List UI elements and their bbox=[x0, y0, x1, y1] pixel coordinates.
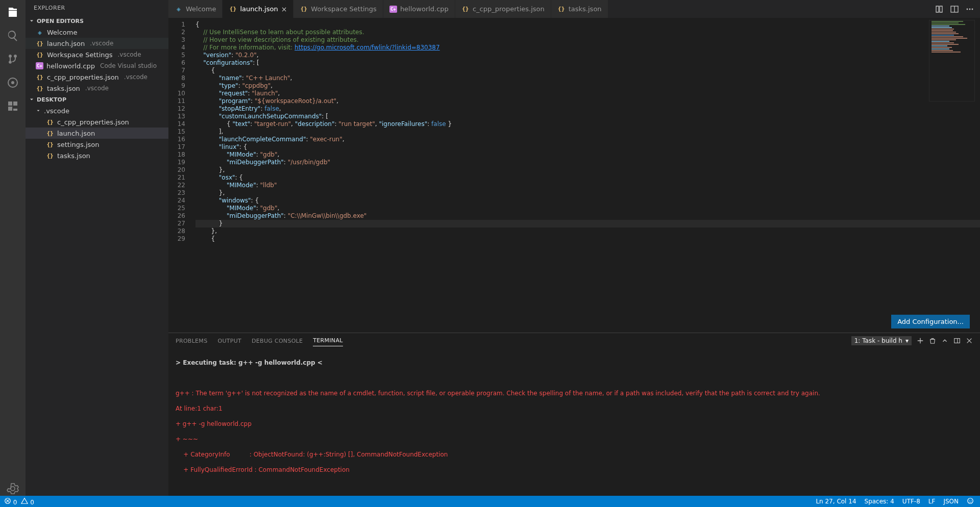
term-error: + ~~~ bbox=[176, 436, 973, 443]
status-spaces[interactable]: Spaces: 4 bbox=[865, 498, 894, 505]
svg-point-11 bbox=[969, 500, 970, 500]
svg-point-4 bbox=[967, 8, 968, 10]
tab-bar: Welcome launch.json× Workspace Settings … bbox=[168, 0, 980, 18]
tab-close-icon[interactable]: × bbox=[281, 5, 287, 13]
tab-welcome[interactable]: Welcome bbox=[168, 0, 223, 18]
tree-folder-vscode[interactable]: .vscode bbox=[26, 105, 168, 116]
close-panel-icon[interactable] bbox=[966, 337, 973, 344]
code-editor[interactable]: 1234567891011121314151617181920212223242… bbox=[168, 18, 980, 333]
tab-ccpp-props[interactable]: c_cpp_properties.json bbox=[455, 0, 551, 18]
tree-file-settings[interactable]: settings.json bbox=[26, 139, 168, 150]
term-error: + CategoryInfo : ObjectNotFound: (g++:St… bbox=[176, 451, 973, 459]
sidebar-explorer: EXPLORER OPEN EDITORS Welcome launch.jso… bbox=[26, 0, 168, 496]
panel-tab-debug[interactable]: DEBUG CONSOLE bbox=[252, 336, 303, 346]
panel-tab-problems[interactable]: PROBLEMS bbox=[176, 336, 207, 346]
term-error: + g++ -g helloworld.cpp bbox=[176, 420, 973, 428]
status-encoding[interactable]: UTF-8 bbox=[902, 498, 920, 505]
explorer-icon[interactable] bbox=[6, 5, 20, 19]
svg-point-6 bbox=[972, 8, 973, 10]
open-editor-helloworld[interactable]: helloworld.cppCode Visual studio bbox=[26, 60, 168, 71]
line-gutter: 1234567891011121314151617181920212223242… bbox=[168, 18, 191, 333]
search-icon[interactable] bbox=[6, 29, 20, 43]
status-warnings[interactable]: 0 bbox=[21, 497, 34, 506]
panel-tab-terminal[interactable]: TERMINAL bbox=[313, 335, 342, 346]
section-desktop[interactable]: DESKTOP bbox=[26, 94, 168, 105]
svg-point-12 bbox=[971, 500, 971, 500]
open-editor-tasks[interactable]: tasks.json.vscode bbox=[26, 83, 168, 94]
add-configuration-button[interactable]: Add Configuration... bbox=[891, 315, 970, 328]
kill-terminal-icon[interactable] bbox=[929, 337, 936, 344]
tab-tasks[interactable]: tasks.json bbox=[551, 0, 608, 18]
svg-point-10 bbox=[968, 498, 973, 503]
panel-tab-output[interactable]: OUTPUT bbox=[217, 336, 241, 346]
status-feedback-icon[interactable] bbox=[967, 497, 974, 506]
split-editor-icon[interactable] bbox=[950, 5, 959, 13]
extensions-icon[interactable] bbox=[6, 99, 20, 113]
more-actions-icon[interactable] bbox=[966, 5, 974, 13]
status-ln-col[interactable]: Ln 27, Col 14 bbox=[816, 498, 856, 505]
svg-rect-7 bbox=[954, 339, 960, 343]
open-editor-ccpp-props[interactable]: c_cpp_properties.json.vscode bbox=[26, 71, 168, 83]
svg-point-1 bbox=[11, 81, 14, 84]
status-errors[interactable]: 0 bbox=[4, 497, 17, 506]
section-desktop-label: DESKTOP bbox=[37, 96, 66, 103]
status-bar: 0 0 Ln 27, Col 14 Spaces: 4 UTF-8 LF JSO… bbox=[0, 496, 980, 507]
term-error: At line:1 char:1 bbox=[176, 405, 973, 413]
term-error: + FullyQualifiedErrorId : CommandNotFoun… bbox=[176, 466, 973, 474]
tab-helloworld[interactable]: helloworld.cpp bbox=[383, 0, 455, 18]
bottom-panel: PROBLEMS OUTPUT DEBUG CONSOLE TERMINAL 1… bbox=[168, 333, 980, 496]
activity-bar bbox=[0, 0, 26, 496]
status-eol[interactable]: LF bbox=[928, 498, 936, 505]
tree-file-tasks[interactable]: tasks.json bbox=[26, 150, 168, 161]
tab-workspace-settings[interactable]: Workspace Settings bbox=[293, 0, 383, 18]
open-editor-welcome[interactable]: Welcome bbox=[26, 27, 168, 38]
terminal-output[interactable]: > Executing task: g++ -g helloworld.cpp … bbox=[168, 348, 980, 496]
open-editor-launch[interactable]: launch.json.vscode bbox=[26, 38, 168, 49]
move-panel-icon[interactable] bbox=[953, 337, 961, 344]
sidebar-title: EXPLORER bbox=[26, 0, 168, 15]
editor-area: Welcome launch.json× Workspace Settings … bbox=[168, 0, 980, 496]
settings-gear-icon[interactable] bbox=[6, 481, 20, 496]
svg-point-5 bbox=[969, 8, 971, 10]
tree-file-ccpp-props[interactable]: c_cpp_properties.json bbox=[26, 116, 168, 128]
tree-file-launch[interactable]: launch.json bbox=[26, 128, 168, 139]
compare-changes-icon[interactable] bbox=[935, 5, 943, 13]
terminal-dropdown[interactable]: 1: Task - build h▾ bbox=[851, 336, 912, 345]
section-open-editors[interactable]: OPEN EDITORS bbox=[26, 15, 168, 27]
source-control-icon[interactable] bbox=[6, 52, 20, 66]
section-open-editors-label: OPEN EDITORS bbox=[37, 18, 84, 24]
new-terminal-icon[interactable] bbox=[917, 337, 924, 344]
debug-icon[interactable] bbox=[6, 75, 20, 90]
open-editor-workspace-settings[interactable]: Workspace Settings.vscode bbox=[26, 49, 168, 60]
term-line: > Executing task: g++ -g helloworld.cpp … bbox=[176, 359, 973, 367]
maximize-panel-icon[interactable] bbox=[941, 337, 948, 344]
status-language[interactable]: JSON bbox=[943, 498, 959, 505]
term-error: g++ : The term 'g++' is not recognized a… bbox=[176, 390, 973, 397]
tab-launch[interactable]: launch.json× bbox=[223, 0, 293, 18]
minimap[interactable] bbox=[929, 20, 975, 102]
